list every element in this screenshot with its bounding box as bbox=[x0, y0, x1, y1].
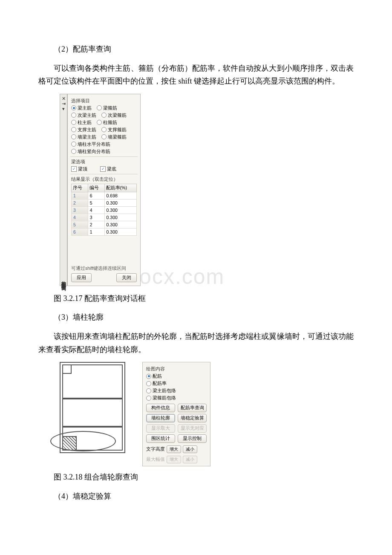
cell: 0.300 bbox=[104, 228, 136, 235]
cell: 0.300 bbox=[104, 214, 136, 221]
radio-label: 墙梁箍筋 bbox=[108, 134, 127, 140]
group-beam-option: 梁选项 bbox=[71, 159, 137, 165]
cell: 4 bbox=[72, 214, 88, 221]
cell: 1 bbox=[72, 192, 88, 199]
btn-maxamp-dec: 减小 bbox=[183, 456, 197, 463]
wall-outline-diagram bbox=[60, 362, 125, 453]
cell: 3 bbox=[88, 214, 104, 221]
pin-icon[interactable]: ⇥ bbox=[62, 101, 66, 106]
radio-label: 次梁主筋 bbox=[78, 112, 96, 119]
radio-wallbeam-stirrup[interactable]: 墙梁箍筋 bbox=[101, 134, 127, 140]
cell: 6 bbox=[72, 228, 88, 235]
cell: 2 bbox=[72, 199, 88, 206]
radio-wallcol-h[interactable]: 墙柱水平分布筋 bbox=[71, 141, 110, 147]
radio-label: 墙柱竖向分布筋 bbox=[78, 148, 110, 155]
radio-col-stirrup[interactable]: 柱箍筋 bbox=[97, 119, 117, 126]
radio-label: 梁主筋 bbox=[78, 105, 92, 111]
check-beam-bottom[interactable]: ✓梁底 bbox=[100, 166, 116, 172]
section-heading-2: （2）配筋率查询 bbox=[38, 43, 354, 56]
radio-label: 梁箍筋包络 bbox=[153, 395, 176, 401]
cell: 0.698 bbox=[104, 192, 136, 199]
radio-label: 配筋 bbox=[153, 373, 162, 379]
dialog-vertical-tab: ✕ ⇥ ▾ 构件配筋率查询 bbox=[60, 94, 67, 286]
th-index[interactable]: 序号 bbox=[72, 184, 88, 192]
btn-textheight-dec[interactable]: 减小 bbox=[183, 445, 197, 453]
label-max-amp: 最大幅值 bbox=[146, 457, 165, 462]
radio-label: 支撑箍筋 bbox=[108, 127, 127, 133]
group-result: 结果显示（双击定位） bbox=[71, 176, 137, 182]
cell: 4 bbox=[88, 206, 104, 214]
radio-label: 柱箍筋 bbox=[103, 119, 117, 126]
table-row[interactable]: 340.300 bbox=[72, 206, 137, 214]
radio-label: 墙梁主筋 bbox=[78, 134, 96, 140]
btn-show-none: 显示无对应 bbox=[178, 424, 207, 433]
section-heading-4: （4）墙稳定验算 bbox=[38, 490, 354, 503]
radio-brace-stirrup[interactable]: 支撑箍筋 bbox=[101, 127, 127, 133]
radio-secbeam-main[interactable]: 次梁主筋 bbox=[71, 112, 96, 119]
cell: 5 bbox=[88, 199, 104, 206]
check-label: 梁底 bbox=[107, 166, 116, 172]
radio-col-main[interactable]: 柱主筋 bbox=[71, 119, 92, 126]
close-button[interactable]: 关闭 bbox=[116, 273, 137, 282]
radio-env-main[interactable]: 梁主筋包络 bbox=[146, 387, 207, 394]
btn-member-info[interactable]: 构件信息 bbox=[146, 404, 175, 412]
table-row[interactable]: 160.698 bbox=[72, 192, 137, 199]
ratio-query-dialog: 选择项目 梁主筋 梁箍筋 次梁主筋 次梁箍筋 柱主筋 柱箍筋 支撑主筋 支撑箍筋… bbox=[67, 94, 141, 286]
radio-peijinlv[interactable]: 配筋率 bbox=[146, 380, 207, 387]
btn-show-max: 显示取大 bbox=[146, 424, 175, 433]
cell: 2 bbox=[88, 221, 104, 228]
radio-wallcol-v[interactable]: 墙柱竖向分布筋 bbox=[71, 148, 110, 155]
draw-content-panel: 绘图内容 配筋 配筋率 梁主筋包络 梁箍筋包络 构件信息 配筋率查询 墙柱轮廓 … bbox=[142, 362, 210, 466]
apply-button[interactable]: 应用 bbox=[71, 273, 92, 282]
cell: 1 bbox=[88, 228, 104, 235]
radio-label: 梁箍筋 bbox=[103, 105, 117, 111]
radio-label: 梁主筋包络 bbox=[153, 387, 176, 394]
table-row[interactable]: 430.300 bbox=[72, 214, 137, 221]
check-label: 梁顶 bbox=[78, 166, 87, 172]
dialog-figure-1: ✕ ⇥ ▾ 构件配筋率查询 选择项目 梁主筋 梁箍筋 次梁主筋 次梁箍筋 柱主筋… bbox=[60, 94, 354, 286]
radio-env-stirrup[interactable]: 梁箍筋包络 bbox=[146, 395, 207, 401]
menu-icon[interactable]: ▾ bbox=[62, 106, 65, 111]
label-text-height: 文字高度 bbox=[146, 446, 165, 452]
table-header-row: 序号 编号 配筋率(%) bbox=[72, 184, 137, 192]
radio-label: 支撑主筋 bbox=[78, 127, 96, 133]
radio-beam-stirrup[interactable]: 梁箍筋 bbox=[97, 105, 117, 111]
radio-label: 柱主筋 bbox=[78, 119, 92, 126]
btn-wall-stable[interactable]: 墙稳定验算 bbox=[178, 414, 207, 422]
figure-caption-2: 图 3.2.18 组合墙轮廓查询 bbox=[38, 471, 354, 484]
cell: 0.300 bbox=[104, 221, 136, 228]
th-ratio[interactable]: 配筋率(%) bbox=[104, 184, 136, 192]
radio-brace-main[interactable]: 支撑主筋 bbox=[71, 127, 96, 133]
btn-show-ctrl[interactable]: 显示控制 bbox=[178, 434, 207, 443]
radio-label: 次梁箍筋 bbox=[108, 112, 127, 119]
figure-2: 绘图内容 配筋 配筋率 梁主筋包络 梁箍筋包络 构件信息 配筋率查询 墙柱轮廓 … bbox=[60, 362, 354, 466]
cell: 3 bbox=[72, 206, 88, 214]
btn-zone-stat[interactable]: 围区统计 bbox=[146, 434, 175, 443]
figure-caption-1: 图 3.2.17 配筋率查询对话框 bbox=[38, 292, 354, 305]
group-select-item: 选择项目 bbox=[71, 98, 137, 104]
btn-ratio-query[interactable]: 配筋率查询 bbox=[178, 404, 207, 412]
section-heading-3: （3）墙柱轮廓 bbox=[38, 311, 354, 324]
radio-peijin[interactable]: 配筋 bbox=[146, 373, 207, 379]
radio-wallbeam-main[interactable]: 墙梁主筋 bbox=[71, 134, 96, 140]
cell: 6 bbox=[88, 192, 104, 199]
body-paragraph-1: 可以查询各类构件主筋、箍筋（分布筋）配筋率，软件自动按从大到小顺序排序，双击表格… bbox=[38, 62, 354, 88]
table-row[interactable]: 250.300 bbox=[72, 199, 137, 206]
body-paragraph-2: 该按钮用来查询墙柱配筋时的外轮廓，当配筋时选择考虑端柱或翼缘墙时，可通过该功能来… bbox=[38, 330, 354, 356]
btn-textheight-inc[interactable]: 增大 bbox=[167, 445, 181, 453]
table-row[interactable]: 610.300 bbox=[72, 228, 137, 235]
th-id[interactable]: 编号 bbox=[88, 184, 104, 192]
btn-maxamp-inc: 增大 bbox=[167, 456, 181, 463]
radio-secbeam-stirrup[interactable]: 次梁箍筋 bbox=[101, 112, 127, 119]
radio-label: 墙柱水平分布筋 bbox=[78, 141, 110, 147]
cell: 0.300 bbox=[104, 199, 136, 206]
btn-wall-outline[interactable]: 墙柱轮廓 bbox=[146, 414, 175, 422]
radio-label: 配筋率 bbox=[153, 380, 167, 387]
radio-beam-main[interactable]: 梁主筋 bbox=[71, 105, 92, 111]
result-table[interactable]: 序号 编号 配筋率(%) 160.698 250.300 340.300 430… bbox=[71, 184, 137, 236]
group-draw-content: 绘图内容 bbox=[146, 366, 207, 372]
close-icon[interactable]: ✕ bbox=[62, 96, 66, 101]
table-row[interactable]: 520.300 bbox=[72, 221, 137, 228]
cell: 5 bbox=[72, 221, 88, 228]
check-beam-top[interactable]: ✓梁顶 bbox=[71, 166, 87, 172]
